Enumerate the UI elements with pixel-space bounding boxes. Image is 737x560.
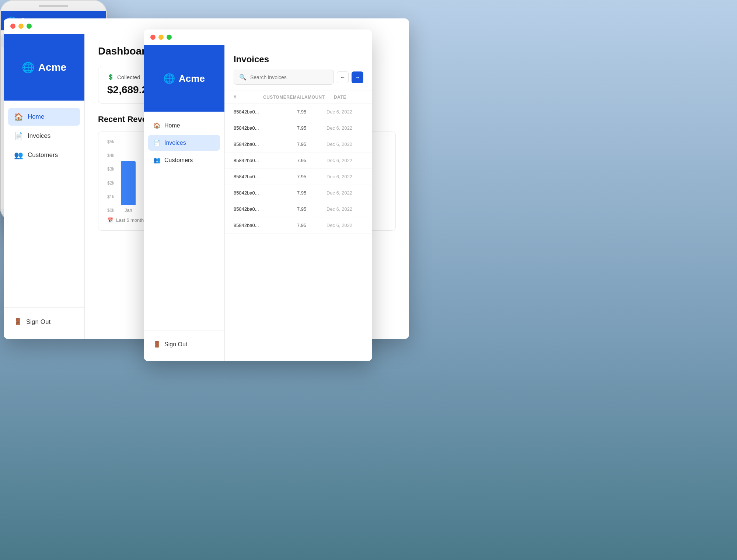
dollar-icon-back: 💲 [107,74,114,80]
y-label-5k: $5k [107,139,114,144]
table-row[interactable]: 85842ba0... 7.95 Dec 6, 2022 [225,201,372,217]
table-row[interactable]: 85842ba0... 7.95 Dec 6, 2022 [225,185,372,201]
customers-icon-back: 👥 [14,151,23,160]
y-label-2k: $2k [107,181,114,186]
row-amount: 7.95 [297,223,326,228]
sidebar-item-home-mid[interactable]: 🏠 Home [148,118,220,133]
row-amount: 7.95 [297,190,326,196]
globe-icon-back: 🌐 [22,62,35,74]
y-label-0k: $0k [107,208,114,213]
table-row[interactable]: 85842ba0... 7.95 Dec 6, 2022 [225,104,372,120]
search-input-mid[interactable] [250,74,328,80]
globe-icon-mid: 🌐 [163,73,175,84]
invoices-header-mid: Invoices 🔍 ← → [225,45,372,91]
close-button-mid[interactable] [150,35,156,40]
bar-jan [121,161,136,205]
brand-name-back: Acme [38,62,66,73]
customers-label-mid: Customers [164,157,193,164]
col-date: Date [334,95,371,100]
brand-logo-back: 🌐 Acme [4,34,84,101]
row-amount: 7.95 [297,141,326,147]
row-id: 85842ba0... [234,206,263,212]
row-id: 85842ba0... [234,141,263,147]
customers-label-back: Customers [28,151,58,159]
customers-icon-mid: 👥 [153,157,161,164]
table-row[interactable]: 85842ba0... 7.95 Dec 6, 2022 [225,153,372,169]
row-date: Dec 6, 2022 [326,223,363,228]
invoices-label-mid: Invoices [164,140,186,146]
notch-bar [39,5,68,7]
sidebar-item-invoices-mid[interactable]: 📄 Invoices [148,135,220,151]
invoices-table-mid: # Customer Email Amount Date 85842ba0...… [225,91,372,361]
close-button[interactable] [10,24,15,29]
row-date: Dec 6, 2022 [326,190,363,196]
col-hash: # [234,95,263,100]
col-amount: Amount [304,95,334,100]
chart-bar-jan: Jan [121,161,136,213]
search-icon-mid: 🔍 [239,74,247,81]
row-date: Dec 6, 2022 [326,141,363,147]
row-id: 85842ba0... [234,174,263,179]
row-amount: 7.95 [297,109,326,115]
sidebar-nav-mid: 🏠 Home 📄 Invoices 👥 Customers [144,112,224,330]
signout-mid[interactable]: 🚪 Sign Out [148,336,220,352]
home-label-mid: Home [164,122,180,129]
row-id: 85842ba0... [234,109,263,115]
y-label-3k: $3k [107,167,114,172]
table-header-mid: # Customer Email Amount Date [225,91,372,104]
minimize-button[interactable] [18,24,24,29]
row-amount: 7.95 [297,174,326,179]
titlebar-mid [144,29,372,45]
brand-logo-mid: 🌐 Acme [144,45,224,112]
brand-name-mid: Acme [179,73,205,84]
row-id: 85842ba0... [234,125,263,131]
home-icon-mid: 🏠 [153,122,161,129]
signout-label-mid: Sign Out [164,341,187,348]
sidebar-footer-mid: 🚪 Sign Out [144,330,224,361]
row-amount: 7.95 [297,206,326,212]
table-row[interactable]: 85842ba0... 7.95 Dec 6, 2022 [225,120,372,136]
y-label-1k: $1k [107,194,114,199]
signout-back[interactable]: 🚪 Sign Out [8,314,80,330]
sidebar-mid: 🌐 Acme 🏠 Home 📄 Invoices 👥 Customers [144,45,225,361]
table-row[interactable]: 85842ba0... 7.95 Dec 6, 2022 [225,169,372,185]
sidebar-item-home-back[interactable]: 🏠 Home [8,108,80,126]
col-email: Email [290,95,304,100]
row-id: 85842ba0... [234,158,263,163]
home-label-back: Home [28,113,44,120]
home-icon-back: 🏠 [14,112,23,121]
row-amount: 7.95 [297,125,326,131]
table-row[interactable]: 85842ba0... 7.95 Dec 6, 2022 [225,217,372,234]
minimize-button-mid[interactable] [158,35,164,40]
row-id: 85842ba0... [234,223,263,228]
mobile-notch [1,1,106,11]
row-date: Dec 6, 2022 [326,158,363,163]
next-button-mid[interactable]: → [352,71,363,83]
sidebar-item-customers-mid[interactable]: 👥 Customers [148,152,220,168]
invoices-icon-back: 📄 [14,132,23,140]
invoices-label-back: Invoices [28,132,50,140]
sidebar-back: 🌐 Acme 🏠 Home 📄 Invoices 👥 Customers [4,34,85,339]
row-date: Dec 6, 2022 [326,125,363,131]
row-date: Dec 6, 2022 [326,109,363,115]
maximize-button[interactable] [27,24,32,29]
collected-label-back: Collected [117,74,140,80]
sidebar-nav-back: 🏠 Home 📄 Invoices 👥 Customers [4,101,84,307]
row-date: Dec 6, 2022 [326,174,363,179]
row-date: Dec 6, 2022 [326,206,363,212]
chart-y-labels-back: $5k $4k $3k $2k $1k $0k [107,139,117,213]
col-customer: Customer [263,95,290,100]
search-bar-mid[interactable]: 🔍 [234,70,334,85]
signout-icon-back: 🚪 [14,318,22,326]
chart-period-back: Last 6 months [116,217,146,223]
sidebar-item-customers-back[interactable]: 👥 Customers [8,146,80,164]
sidebar-item-invoices-back[interactable]: 📄 Invoices [8,127,80,145]
tablet-window: 🌐 Acme 🏠 Home 📄 Invoices 👥 Customers [144,29,372,361]
table-row[interactable]: 85842ba0... 7.95 Dec 6, 2022 [225,136,372,153]
invoices-content-mid: Invoices 🔍 ← → # Customer Email [225,45,372,361]
bar-label-jan: Jan [125,207,132,213]
prev-button-mid[interactable]: ← [337,71,349,83]
row-id: 85842ba0... [234,190,263,196]
signout-label-back: Sign Out [26,318,50,326]
maximize-button-mid[interactable] [167,35,172,40]
